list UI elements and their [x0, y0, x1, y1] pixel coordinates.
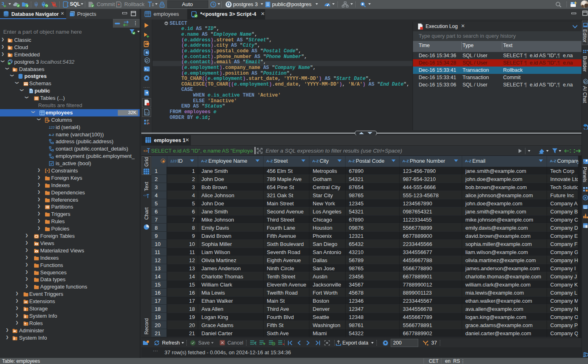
- svg-text:A-Z: A-Z: [49, 133, 54, 137]
- svg-text:123: 123: [49, 125, 54, 129]
- svg-text:<>: <>: [143, 194, 147, 197]
- svg-text:[x]: [x]: [145, 112, 150, 115]
- svg-text:<>: <>: [143, 149, 148, 153]
